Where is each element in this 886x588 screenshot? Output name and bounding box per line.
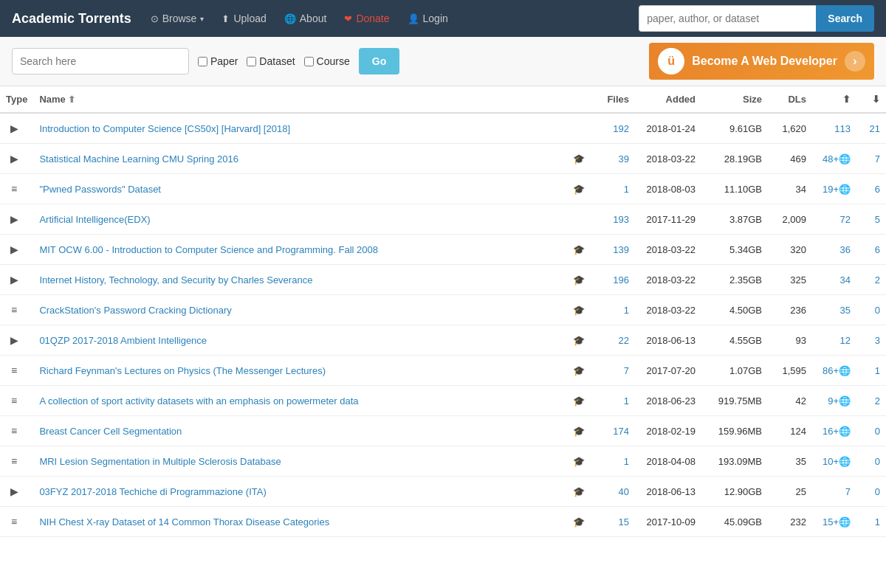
browse-menu[interactable]: ⊙ Browse ▾ bbox=[143, 0, 212, 37]
list-icon: ≡ bbox=[6, 181, 22, 197]
row-added-cell: 2018-03-22 bbox=[635, 144, 701, 174]
row-files-cell: 1 bbox=[591, 174, 635, 204]
graduation-icon: 🎓 bbox=[573, 365, 585, 376]
ad-text: Become A Web Developer bbox=[692, 55, 837, 68]
torrent-link[interactable]: MRI Lesion Segmentation in Multiple Scle… bbox=[39, 456, 281, 467]
torrent-link[interactable]: Breast Cancer Cell Segmentation bbox=[39, 426, 182, 437]
down-count: 21 bbox=[870, 123, 880, 134]
torrent-link[interactable]: MIT OCW 6.00 - Introduction to Computer … bbox=[39, 244, 378, 255]
course-label: Course bbox=[317, 55, 350, 67]
torrent-link[interactable]: "Pwned Passwords" Dataset bbox=[39, 184, 161, 195]
graduation-icon: 🎓 bbox=[573, 426, 585, 437]
paper-filter[interactable]: Paper bbox=[198, 55, 238, 67]
torrent-link[interactable]: NIH Chest X-ray Dataset of 14 Common Tho… bbox=[39, 516, 329, 528]
torrent-link[interactable]: Introduction to Computer Science [CS50x]… bbox=[39, 123, 290, 134]
row-files-cell: 1 bbox=[591, 386, 635, 416]
col-files[interactable]: Files bbox=[591, 86, 635, 113]
navbar-search-button[interactable]: Search bbox=[816, 5, 874, 32]
row-size-cell: 4.50GB bbox=[701, 295, 768, 325]
row-dls-cell: 320 bbox=[768, 235, 812, 265]
row-size-cell: 9.61GB bbox=[701, 113, 768, 144]
col-down[interactable]: ⬇ bbox=[856, 86, 886, 113]
navbar-search-input[interactable] bbox=[639, 5, 816, 32]
torrent-link[interactable]: A collection of sport activity datasets … bbox=[39, 395, 358, 407]
upload-icon: ⬆ bbox=[222, 13, 230, 24]
course-checkbox[interactable] bbox=[304, 57, 314, 66]
video-icon: ▶ bbox=[6, 120, 22, 136]
row-mortar-cell: 🎓 bbox=[567, 416, 591, 446]
row-name-cell: 03FYZ 2017-2018 Techiche di Programmazio… bbox=[33, 477, 567, 507]
col-up[interactable]: ⬆ bbox=[812, 86, 856, 113]
table-row: ▶ Statistical Machine Learning CMU Sprin… bbox=[0, 144, 886, 174]
row-up-cell: 10+🌐 bbox=[812, 446, 856, 477]
row-dls-cell: 42 bbox=[768, 386, 812, 416]
files-count: 22 bbox=[619, 335, 629, 346]
row-added-cell: 2018-03-22 bbox=[635, 295, 701, 325]
row-type-cell: ≡ bbox=[0, 356, 33, 386]
row-size-cell: 3.87GB bbox=[701, 204, 768, 235]
row-size-cell: 1.07GB bbox=[701, 356, 768, 386]
torrent-link[interactable]: Richard Feynman's Lectures on Physics (T… bbox=[39, 365, 326, 376]
torrent-link[interactable]: Internet History, Technology, and Securi… bbox=[39, 274, 312, 286]
up-count: 16+🌐 bbox=[823, 426, 851, 437]
col-dls[interactable]: DLs bbox=[768, 86, 812, 113]
upload-nav[interactable]: ⬆ Upload bbox=[214, 0, 273, 37]
col-added[interactable]: Added bbox=[635, 86, 701, 113]
row-dls-cell: 1,620 bbox=[768, 113, 812, 144]
row-up-cell: 113 bbox=[812, 113, 856, 144]
filter-bar: Paper Dataset Course Go ü Become A Web D… bbox=[0, 37, 886, 86]
row-up-cell: 34 bbox=[812, 265, 856, 295]
row-files-cell: 15 bbox=[591, 507, 635, 537]
row-added-cell: 2018-02-19 bbox=[635, 416, 701, 446]
row-size-cell: 12.90GB bbox=[701, 477, 768, 507]
login-nav[interactable]: 👤 Login bbox=[400, 0, 456, 37]
ad-banner[interactable]: ü Become A Web Developer › bbox=[649, 43, 874, 80]
row-mortar-cell: 🎓 bbox=[567, 477, 591, 507]
col-size[interactable]: Size bbox=[701, 86, 768, 113]
row-type-cell: ≡ bbox=[0, 174, 33, 204]
row-dls-cell: 236 bbox=[768, 295, 812, 325]
dataset-checkbox[interactable] bbox=[247, 57, 256, 66]
row-up-cell: 36 bbox=[812, 235, 856, 265]
torrent-link[interactable]: Statistical Machine Learning CMU Spring … bbox=[39, 153, 238, 165]
chevron-down-icon: ▾ bbox=[200, 15, 204, 23]
search-icon: ⊙ bbox=[151, 13, 159, 24]
row-size-cell: 4.55GB bbox=[701, 325, 768, 356]
graduation-icon: 🎓 bbox=[573, 486, 585, 497]
torrent-link[interactable]: 03FYZ 2017-2018 Techiche di Programmazio… bbox=[39, 486, 266, 497]
go-button[interactable]: Go bbox=[359, 48, 399, 75]
row-size-cell: 5.34GB bbox=[701, 235, 768, 265]
graduation-icon: 🎓 bbox=[573, 335, 585, 346]
torrent-link[interactable]: Artificial Intelligence(EDX) bbox=[39, 214, 150, 225]
dataset-filter[interactable]: Dataset bbox=[247, 55, 295, 67]
row-type-cell: ▶ bbox=[0, 144, 33, 174]
torrent-link[interactable]: 01QZP 2017-2018 Ambient Intelligence bbox=[39, 335, 207, 346]
table-row: ≡ Breast Cancer Cell Segmentation 🎓 174 … bbox=[0, 416, 886, 446]
heart-icon: ❤ bbox=[344, 13, 352, 24]
graduation-icon: 🎓 bbox=[573, 184, 585, 195]
table-row: ▶ Introduction to Computer Science [CS50… bbox=[0, 113, 886, 144]
row-mortar-cell: 🎓 bbox=[567, 386, 591, 416]
table-row: ▶ Internet History, Technology, and Secu… bbox=[0, 265, 886, 295]
up-count: 19+🌐 bbox=[823, 184, 851, 195]
row-added-cell: 2018-06-13 bbox=[635, 477, 701, 507]
torrent-link[interactable]: CrackStation's Password Cracking Diction… bbox=[39, 305, 231, 316]
search-here-input[interactable] bbox=[12, 48, 189, 75]
about-nav[interactable]: 🌐 About bbox=[277, 0, 334, 37]
graduation-icon: 🎓 bbox=[573, 516, 585, 528]
row-name-cell: Richard Feynman's Lectures on Physics (T… bbox=[33, 356, 567, 386]
paper-checkbox[interactable] bbox=[198, 57, 207, 66]
row-down-cell: 0 bbox=[856, 446, 886, 477]
down-count: 1 bbox=[875, 516, 880, 528]
donate-nav[interactable]: ❤ Donate bbox=[337, 0, 396, 37]
row-mortar-cell: 🎓 bbox=[567, 295, 591, 325]
row-type-cell: ▶ bbox=[0, 325, 33, 356]
course-filter[interactable]: Course bbox=[304, 55, 350, 67]
dataset-label: Dataset bbox=[259, 55, 295, 67]
col-name[interactable]: Name ⬆ bbox=[33, 86, 567, 113]
ad-logo-icon: ü bbox=[658, 48, 684, 75]
row-added-cell: 2018-01-24 bbox=[635, 113, 701, 144]
files-count: 139 bbox=[613, 244, 629, 255]
row-files-cell: 7 bbox=[591, 356, 635, 386]
down-count: 0 bbox=[875, 456, 880, 467]
